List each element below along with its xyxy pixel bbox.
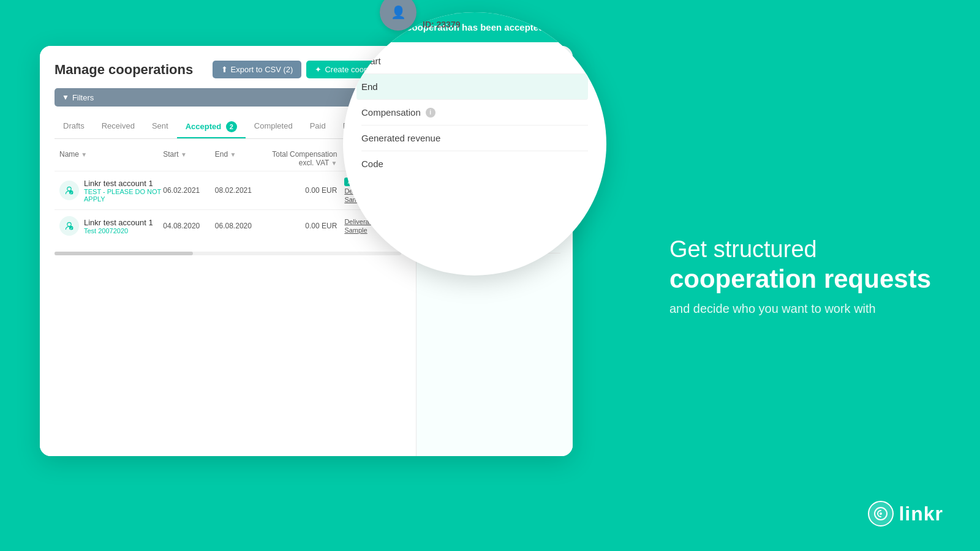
upload-icon: ⬆ (221, 65, 228, 74)
account-sub-1: TEST - PLEASE DO NOT APPLY (84, 188, 163, 203)
popup-menu-start[interactable]: Start (361, 48, 588, 74)
table-row: ✓ Linkr test account 1 Test 20072020 04.… (55, 209, 401, 242)
tagline-sub: and decide who you want to work with (669, 301, 931, 315)
col-end: End ▼ (215, 150, 267, 167)
account-sub-2: Test 20072020 (84, 227, 153, 234)
popup-compensation-label: Compensation (361, 107, 421, 118)
circle-popup: Cooperation has been accepted Start End … (343, 12, 606, 276)
tab-accepted[interactable]: Accepted 2 (177, 116, 246, 138)
page-title: Manage cooperations (55, 62, 193, 78)
scrollbar-track[interactable] (55, 252, 401, 255)
tab-received[interactable]: Received (93, 116, 143, 138)
account-icon-1: ✓ (59, 181, 79, 200)
account-cell-2: ✓ Linkr test account 1 Test 20072020 (59, 216, 163, 236)
account-icon-2: ✓ (59, 216, 79, 236)
export-csv-button[interactable]: ⬆ Export to CSV (2) (213, 61, 302, 78)
account-name-2: Linkr test account 1 (84, 218, 153, 227)
account-info-2: Linkr test account 1 Test 20072020 (84, 218, 153, 234)
account-info-1: Linkr test account 1 TEST - PLEASE DO NO… (84, 179, 163, 203)
tagline-line1: Get structured (669, 236, 817, 262)
circle-id: ID: 23379 (423, 20, 460, 29)
linkr-logo-icon (868, 501, 894, 527)
popup-menu-code[interactable]: Code (361, 151, 588, 176)
filter-icon: ▼ (62, 93, 69, 102)
tab-paid[interactable]: Paid (301, 116, 334, 138)
account-name-1: Linkr test account 1 (84, 179, 163, 188)
svg-text:✓: ✓ (70, 191, 73, 195)
svg-point-7 (880, 512, 882, 515)
filters-label: ▼ Filters (62, 93, 94, 102)
end-date-2: 06.08.2020 (215, 222, 267, 230)
linkr-logo: linkr (868, 501, 943, 527)
popup-generated-label: Generated revenue (361, 133, 440, 143)
popup-menu-end[interactable]: End (356, 74, 588, 100)
tab-sent[interactable]: Sent (143, 116, 177, 138)
popup-menu-generated-revenue[interactable]: Generated revenue (361, 126, 588, 151)
tagline-wrapper: Get structured cooperation requests and … (669, 236, 931, 316)
popup-code-label: Code (361, 159, 383, 169)
start-date-2: 04.08.2020 (163, 222, 215, 230)
col-start: Start ▼ (163, 150, 215, 167)
popup-end-label: End (361, 81, 378, 92)
popup-menu-compensation[interactable]: Compensation i (361, 100, 588, 126)
info-icon: i (426, 108, 435, 118)
tab-completed[interactable]: Completed (246, 116, 301, 138)
end-date-1: 08.02.2021 (215, 186, 267, 195)
account-cell-1: ✓ Linkr test account 1 TEST - PLEASE DO … (59, 179, 163, 203)
scrollbar-thumb[interactable] (55, 252, 193, 255)
linkr-logo-text: linkr (899, 503, 943, 525)
title-row: Manage cooperations ⬆ Export to CSV (2) … (55, 61, 401, 78)
start-date-1: 06.02.2021 (163, 186, 215, 195)
tagline-area: Get structured cooperation requests and … (669, 236, 931, 316)
amount-2: 0.00 EUR (266, 222, 344, 230)
col-name: Name ▼ (59, 150, 163, 167)
svg-text:✓: ✓ (70, 227, 73, 230)
tagline-line2: cooperation requests (669, 263, 931, 294)
plus-icon: ✦ (315, 65, 322, 74)
amount-1: 0.00 EUR (266, 186, 344, 195)
col-compensation: Total Compensation excl. VAT ▼ (266, 150, 344, 167)
tab-drafts[interactable]: Drafts (55, 116, 93, 138)
accepted-badge: 2 (226, 121, 237, 132)
